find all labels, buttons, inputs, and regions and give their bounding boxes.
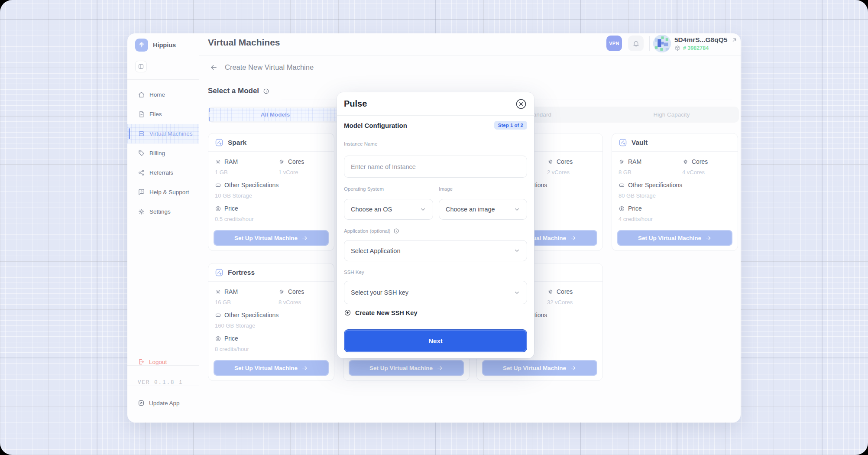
other-specs-label: Other Specifications — [224, 182, 279, 188]
share-icon — [138, 169, 145, 176]
logout-label: Logout — [149, 359, 167, 365]
dialog-title: Pulse — [344, 99, 367, 109]
setup-vm-button[interactable]: Set Up Virtual Machine — [214, 360, 329, 376]
application-label: Application (optional) — [344, 228, 390, 234]
cores-value: 2 vCores — [547, 169, 573, 176]
image-select-value: Choose an image — [446, 206, 495, 213]
setup-vm-button[interactable]: Set Up Virtual Machine — [617, 230, 732, 246]
create-new-ssh-key-label: Create New SSH Key — [355, 309, 417, 316]
tab-high-capacity[interactable]: High Capacity — [606, 108, 738, 121]
cores-label: Cores — [692, 158, 708, 165]
external-link-icon[interactable] — [731, 37, 738, 43]
account-avatar[interactable] — [653, 35, 671, 52]
price-icon — [619, 205, 625, 212]
update-app-label: Update App — [149, 400, 180, 406]
back-arrow-icon — [210, 63, 218, 72]
os-select-value: Choose an OS — [351, 206, 392, 213]
cores-label: Cores — [288, 288, 304, 295]
price-label: Price — [224, 335, 238, 342]
update-app-button[interactable]: Update App — [127, 394, 199, 412]
tab-label: High Capacity — [653, 111, 690, 118]
cores-value: 8 vCores — [279, 299, 304, 306]
tab-label: All Models — [261, 111, 290, 118]
notifications-button[interactable] — [628, 36, 644, 51]
cores-label: Cores — [557, 158, 573, 165]
setup-vm-button[interactable]: Set Up Virtual Machine — [482, 360, 597, 376]
ram-gear-icon — [215, 159, 221, 165]
arrow-right-icon — [705, 235, 712, 241]
arrow-right-icon — [301, 235, 308, 241]
logout-button[interactable]: Logout — [127, 353, 199, 370]
cores-gear-icon — [547, 159, 554, 165]
sidebar-item-label: Billing — [149, 150, 165, 156]
cores-label: Cores — [557, 288, 573, 295]
model-card-spark: Spark RAM 1 GB Cores 1 vCore Other Speci… — [208, 133, 334, 251]
sidebar-item-billing[interactable]: Billing — [127, 143, 199, 163]
setup-vm-button[interactable]: Set Up Virtual Machine — [349, 360, 464, 376]
account-name: 5D4mrS...G8qQ5 — [674, 36, 727, 44]
sidebar-item-referrals[interactable]: Referrals — [127, 163, 199, 182]
arrow-right-icon — [570, 365, 577, 371]
model-name: Fortress — [228, 269, 255, 276]
back-title: Create New Virtual Machine — [225, 63, 314, 72]
tab-all-models[interactable]: All Models — [209, 108, 341, 121]
instance-name-label: Instance Name — [344, 141, 377, 146]
setup-vm-button[interactable]: Set Up Virtual Machine — [214, 230, 329, 246]
server-icon — [138, 130, 145, 137]
instance-name-input[interactable] — [344, 156, 527, 178]
cores-value: 32 vCores — [547, 299, 573, 306]
help-icon — [138, 188, 145, 196]
cores-gear-icon — [279, 289, 285, 295]
info-icon[interactable] — [263, 88, 269, 94]
back-navigation[interactable]: Create New Virtual Machine — [210, 63, 314, 72]
sidebar-item-virtual-machines[interactable]: Virtual Machines — [127, 124, 199, 143]
ram-label: RAM — [224, 158, 238, 165]
setup-vm-label: Set Up Virtual Machine — [234, 235, 298, 241]
specs-icon — [215, 312, 221, 318]
setup-vm-label: Set Up Virtual Machine — [638, 235, 701, 241]
info-icon[interactable] — [393, 228, 399, 234]
logout-icon — [138, 358, 145, 365]
chevron-down-icon — [514, 289, 520, 296]
desktop-background: Hippius Home Files Virtual Machines — [0, 0, 868, 455]
specs-icon — [215, 182, 221, 188]
cores-gear-icon — [682, 159, 689, 165]
next-button[interactable]: Next — [344, 329, 527, 352]
app-version: VER 0.1.8 1 — [127, 374, 199, 391]
ssh-key-select-value: Select your SSH key — [351, 289, 408, 296]
arrow-right-icon — [301, 365, 308, 371]
chevron-down-icon — [514, 206, 520, 213]
sidebar-collapse-button[interactable] — [135, 61, 147, 72]
price-label: Price — [224, 205, 238, 212]
close-icon — [515, 98, 527, 110]
sidebar-item-files[interactable]: Files — [127, 104, 199, 124]
dialog-section-title: Model Configuration — [344, 122, 407, 129]
setup-vm-label: Set Up Virtual Machine — [369, 365, 433, 371]
create-new-ssh-key-button[interactable]: Create New SSH Key — [344, 309, 417, 316]
setup-vm-label: Set Up Virtual Machine — [503, 365, 566, 371]
ram-value: 1 GB — [215, 169, 279, 176]
vpn-badge[interactable]: VPN — [606, 36, 622, 51]
plus-circle-icon — [344, 309, 351, 316]
model-icon — [215, 138, 223, 147]
model-icon — [619, 138, 627, 147]
os-select[interactable]: Choose an OS — [344, 199, 433, 220]
close-dialog-button[interactable] — [515, 98, 527, 110]
ssh-key-label: SSH Key — [344, 270, 364, 275]
bell-icon — [632, 40, 640, 47]
model-configuration-dialog: Pulse Model Configuration Step 1 of 2 In… — [337, 92, 534, 358]
billing-icon — [138, 150, 145, 157]
image-select[interactable]: Choose an image — [439, 199, 527, 220]
model-card-fortress: Fortress RAM 16 GB Cores 8 vCores Other … — [208, 263, 334, 381]
sidebar-item-help-support[interactable]: Help & Support — [127, 182, 199, 202]
application-select[interactable]: Select Application — [344, 240, 527, 261]
sidebar-item-label: Home — [149, 91, 165, 98]
sidebar-item-home[interactable]: Home — [127, 85, 199, 104]
sidebar-item-settings[interactable]: Settings — [127, 202, 199, 221]
operating-system-label: Operating System — [344, 186, 384, 192]
storage-value: 10 GB Storage — [215, 192, 327, 199]
price-value: 8 credits/hour — [215, 346, 327, 352]
ssh-key-select[interactable]: Select your SSH key — [344, 281, 527, 304]
price-value: 4 credits/hour — [619, 216, 731, 222]
sidebar-divider — [127, 79, 199, 80]
